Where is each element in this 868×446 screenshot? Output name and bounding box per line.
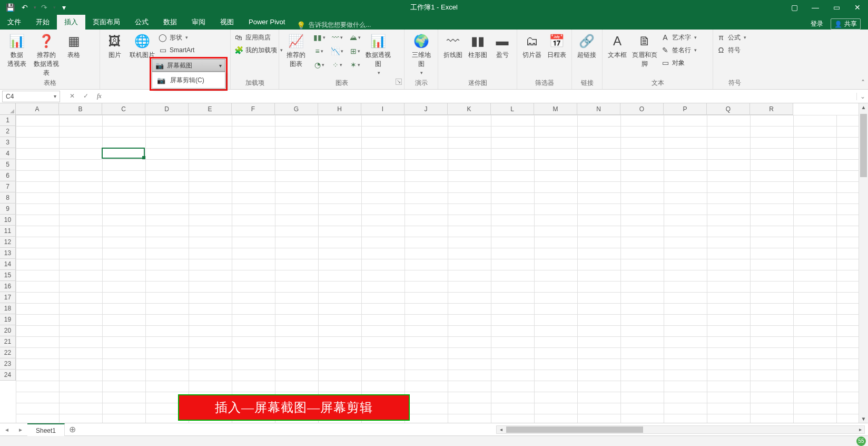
sparkline-winloss-button[interactable]: ▬盈亏 bbox=[491, 32, 514, 60]
undo-dropdown[interactable]: ▾ bbox=[34, 5, 36, 10]
row-header-24[interactable]: 24 bbox=[0, 370, 16, 381]
share-button[interactable]: 👤 共享 bbox=[831, 18, 861, 30]
scroll-down-icon[interactable]: ▼ bbox=[859, 416, 868, 422]
column-header-I[interactable]: I bbox=[361, 103, 405, 115]
row-header-22[interactable]: 22 bbox=[0, 347, 16, 358]
row-header-3[interactable]: 3 bbox=[0, 137, 16, 148]
hscroll-thumb[interactable] bbox=[506, 426, 643, 433]
combo-chart-button[interactable]: ⊞▾ bbox=[348, 45, 362, 57]
row-header-21[interactable]: 21 bbox=[0, 336, 16, 347]
row-header-10[interactable]: 10 bbox=[0, 215, 16, 226]
smartart-button[interactable]: ▭SmartArt bbox=[158, 44, 194, 56]
tab-pagelayout[interactable]: 页面布局 bbox=[85, 15, 127, 30]
sheet-nav-prev[interactable]: ◂ bbox=[0, 426, 14, 433]
name-box[interactable]: C4 ▾ bbox=[2, 91, 60, 102]
tab-file[interactable]: 文件 bbox=[0, 15, 28, 30]
scroll-left-icon[interactable]: ◂ bbox=[497, 426, 505, 433]
line-chart-button[interactable]: 〰▾ bbox=[330, 32, 344, 43]
column-header-N[interactable]: N bbox=[577, 103, 620, 115]
save-icon[interactable]: 💾 bbox=[3, 1, 17, 14]
close-icon[interactable]: ✕ bbox=[847, 1, 868, 14]
sheet-nav-next[interactable]: ▸ bbox=[14, 426, 27, 433]
zoom-indicator[interactable]: 55 bbox=[856, 437, 866, 446]
column-header-B[interactable]: B bbox=[59, 103, 102, 115]
equation-button[interactable]: π公式▾ bbox=[716, 32, 746, 43]
row-header-11[interactable]: 11 bbox=[0, 226, 16, 237]
row-header-2[interactable]: 2 bbox=[0, 126, 16, 137]
column-header-P[interactable]: P bbox=[664, 103, 707, 115]
sheet-tab-1[interactable]: Sheet1 bbox=[27, 423, 65, 436]
cancel-formula-icon[interactable]: ✕ bbox=[70, 92, 75, 100]
row-header-18[interactable]: 18 bbox=[0, 303, 16, 314]
expand-formula-bar-icon[interactable]: ⌄ bbox=[856, 93, 868, 100]
column-header-M[interactable]: M bbox=[534, 103, 577, 115]
textbox-button[interactable]: A文本框 bbox=[606, 32, 629, 60]
scroll-up-icon[interactable]: ▲ bbox=[859, 104, 868, 110]
row-header-9[interactable]: 9 bbox=[0, 203, 16, 215]
row-header-17[interactable]: 17 bbox=[0, 292, 16, 303]
row-header-6[interactable]: 6 bbox=[0, 170, 16, 181]
new-sheet-button[interactable]: ⊕ bbox=[65, 424, 80, 434]
tab-home[interactable]: 开始 bbox=[28, 15, 57, 30]
tab-powerpivot[interactable]: Power Pivot bbox=[241, 15, 292, 30]
charts-launcher-icon[interactable]: ↘ bbox=[396, 79, 402, 85]
header-footer-button[interactable]: 🗎页眉和页脚 bbox=[631, 32, 658, 69]
online-pictures-button[interactable]: 🌐 联机图片 bbox=[129, 32, 156, 60]
column-header-L[interactable]: L bbox=[491, 103, 534, 115]
symbol-button[interactable]: Ω符号 bbox=[716, 44, 746, 56]
column-header-C[interactable]: C bbox=[102, 103, 145, 115]
store-button[interactable]: 🛍应用商店 bbox=[234, 32, 283, 43]
radar-chart-button[interactable]: ✶▾ bbox=[348, 59, 362, 71]
row-header-7[interactable]: 7 bbox=[0, 181, 16, 192]
column-header-D[interactable]: D bbox=[145, 103, 189, 115]
sparkline-column-button[interactable]: ▮▮柱形图 bbox=[466, 32, 489, 60]
tab-data[interactable]: 数据 bbox=[156, 15, 184, 30]
wordart-button[interactable]: A艺术字▾ bbox=[660, 32, 697, 43]
minimize-icon[interactable]: — bbox=[805, 1, 826, 14]
scroll-right-icon[interactable]: ▸ bbox=[856, 426, 864, 433]
table-button[interactable]: ▦ 表格 bbox=[62, 32, 85, 60]
row-header-16[interactable]: 16 bbox=[0, 281, 16, 292]
row-header-20[interactable]: 20 bbox=[0, 325, 16, 336]
vertical-scrollbar[interactable]: ▲ ▼ bbox=[859, 103, 868, 423]
column-header-H[interactable]: H bbox=[318, 103, 361, 115]
my-addins-button[interactable]: 🧩我的加载项▾ bbox=[234, 44, 283, 56]
screenshot-button[interactable]: 📷 屏幕截图 ▾ bbox=[152, 59, 225, 72]
sparkline-line-button[interactable]: 〰折线图 bbox=[441, 32, 464, 60]
column-header-A[interactable]: A bbox=[16, 103, 59, 115]
maximize-icon[interactable]: ▭ bbox=[826, 1, 847, 14]
column-header-E[interactable]: E bbox=[189, 103, 232, 115]
pivot-table-button[interactable]: 📊 数据 透视表 bbox=[3, 32, 31, 69]
row-header-23[interactable]: 23 bbox=[0, 358, 16, 370]
redo-dropdown[interactable]: ▾ bbox=[53, 5, 56, 10]
row-header-8[interactable]: 8 bbox=[0, 192, 16, 203]
ribbon-options-icon[interactable]: ▢ bbox=[784, 1, 805, 14]
row-header-5[interactable]: 5 bbox=[0, 159, 16, 170]
scatter-chart-button[interactable]: ⁘▾ bbox=[330, 59, 344, 71]
enter-formula-icon[interactable]: ✓ bbox=[83, 92, 88, 100]
select-all-corner[interactable] bbox=[0, 103, 16, 115]
collapse-ribbon-icon[interactable]: ˄ bbox=[861, 79, 865, 87]
area-chart-button[interactable]: ⛰▾ bbox=[348, 32, 362, 43]
slicer-button[interactable]: 🗂切片器 bbox=[520, 32, 544, 60]
tell-me-search[interactable]: 💡 告诉我您想要做什么... bbox=[297, 21, 371, 30]
signature-button[interactable]: ✎签名行▾ bbox=[660, 44, 697, 56]
tab-insert[interactable]: 插入 bbox=[57, 15, 85, 30]
pivot-chart-button[interactable]: 📊 数据透视图▾ bbox=[364, 32, 392, 76]
vscroll-thumb[interactable] bbox=[860, 114, 867, 177]
column-header-K[interactable]: K bbox=[448, 103, 491, 115]
column-header-J[interactable]: J bbox=[405, 103, 448, 115]
column-header-Q[interactable]: Q bbox=[707, 103, 750, 115]
column-chart-button[interactable]: ▮▮▾ bbox=[312, 32, 327, 43]
column-header-G[interactable]: G bbox=[275, 103, 318, 115]
namebox-dropdown-icon[interactable]: ▾ bbox=[54, 93, 56, 99]
undo-icon[interactable]: ↶ bbox=[18, 1, 32, 14]
fill-handle[interactable] bbox=[142, 156, 145, 159]
spreadsheet-cells[interactable]: 插入—屏幕截图—屏幕剪辑 bbox=[16, 115, 859, 423]
recommended-charts-button[interactable]: 📈 推荐的 图表 bbox=[282, 32, 310, 69]
object-button[interactable]: ▭对象 bbox=[660, 57, 697, 69]
recommended-pivot-button[interactable]: ❓ 推荐的 数据透视表 bbox=[33, 32, 60, 77]
shapes-button[interactable]: ◯形状▾ bbox=[158, 32, 194, 43]
hyperlink-button[interactable]: 🔗超链接 bbox=[575, 32, 598, 60]
timeline-button[interactable]: 📅日程表 bbox=[546, 32, 569, 60]
